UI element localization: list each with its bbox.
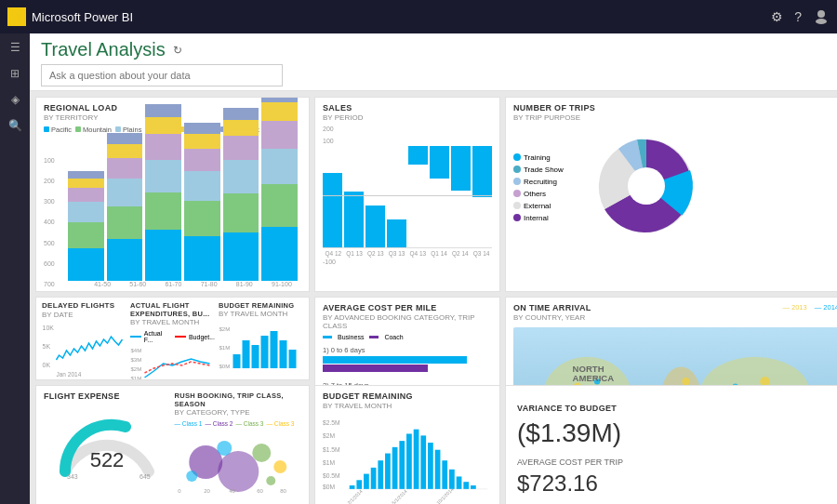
trips-card: Number of Trips BY TRIP PURPOSE Training…	[505, 97, 837, 292]
svg-text:0K: 0K	[43, 362, 51, 368]
rush-title: Rush Booking, Trip Class, Season	[175, 391, 302, 408]
regional-bar-area	[64, 137, 301, 281]
svg-text:2/1/2014: 2/1/2014	[346, 488, 364, 504]
actual-expenditures: Actual Flight Expenditures, Bu... BY TRA…	[130, 301, 215, 380]
budget-rem2-title: Budget Remaining	[323, 391, 492, 402]
svg-rect-80	[385, 453, 391, 488]
app-name: Microsoft Power BI	[32, 10, 133, 24]
sales-card: Sales BY PERIOD 200 100	[314, 97, 500, 292]
regional-load-card: Regional Load BY TERRITORY Pacific Mount…	[35, 97, 310, 292]
user-icon[interactable]	[813, 7, 830, 27]
svg-rect-92	[471, 485, 476, 489]
refresh-icon[interactable]: ↻	[173, 44, 182, 57]
sidebar-menu-icon[interactable]: ☰	[10, 41, 20, 54]
trips-legend: Training Trade Show Recruiting Others Ex…	[513, 153, 578, 222]
sidebar-home-icon[interactable]: ⊞	[10, 67, 20, 80]
gauge-svg: 522 343 645	[56, 406, 158, 476]
variance-value: ($1.39M)	[517, 418, 835, 448]
bar-group-6	[261, 97, 298, 281]
trips-legend-recruiting: Recruiting	[513, 178, 578, 186]
rush-legend: — Class 1 — Class 2 — Class 3 — Class 3	[175, 420, 302, 427]
svg-text:$3M: $3M	[131, 357, 142, 363]
svg-rect-91	[463, 482, 469, 489]
svg-rect-20	[243, 340, 250, 368]
flight-expense-title: Flight Expense	[44, 391, 171, 402]
avg-cost-row1: 1) 0 to 6 days	[323, 346, 492, 372]
avg-cost-legend: Business Coach	[323, 334, 492, 340]
svg-point-59	[186, 471, 197, 482]
on-time-legend: — 2013 — 2014	[782, 303, 837, 312]
bar-group-2	[107, 133, 143, 281]
sales-bar-8	[472, 146, 492, 197]
svg-text:$2M: $2M	[219, 326, 231, 332]
rush-subtitle: BY CATEGORY, TYPE	[175, 408, 302, 417]
svg-rect-90	[457, 476, 462, 488]
svg-rect-82	[399, 441, 405, 489]
budget-rem2-subtitle: BY TRAVEL MONTH	[323, 402, 492, 410]
svg-text:0: 0	[178, 488, 181, 494]
variance-title: Variance to Budget	[517, 404, 835, 414]
svg-text:80: 80	[280, 488, 286, 494]
search-input[interactable]	[41, 64, 283, 86]
svg-text:$2M: $2M	[323, 432, 335, 439]
svg-rect-75	[350, 485, 355, 489]
bar-group-1	[68, 171, 104, 281]
svg-rect-85	[420, 435, 426, 488]
svg-point-57	[252, 444, 271, 462]
avg-cost-label-1: 1) 0 to 6 days	[323, 346, 492, 354]
trips-legend-others: Others	[513, 190, 578, 198]
svg-rect-84	[414, 429, 419, 488]
svg-text:$0M: $0M	[323, 484, 335, 490]
avg-cost-bar-1-coach	[323, 365, 428, 372]
delayed-title: Delayed Flights	[42, 301, 126, 311]
trips-content: Training Trade Show Recruiting Others Ex…	[513, 126, 837, 250]
svg-rect-77	[364, 473, 369, 488]
sales-title: Sales	[323, 103, 492, 113]
svg-rect-25	[289, 350, 297, 368]
svg-point-58	[273, 460, 286, 473]
page-header: Travel Analysis ↻	[30, 33, 837, 91]
svg-rect-83	[406, 433, 412, 488]
on-time-header: On Time Arrival BY COUNTRY, YEAR — 2013 …	[513, 303, 837, 325]
budget-rem-title: Budget Remaining	[219, 301, 303, 310]
svg-text:343: 343	[67, 473, 78, 480]
help-icon[interactable]: ?	[794, 9, 802, 24]
svg-point-2	[817, 10, 825, 18]
actual-chart: $4M $3M $2M $1M 2012 2014	[130, 345, 215, 380]
svg-text:$2M: $2M	[131, 366, 142, 372]
logo-icon	[7, 7, 26, 26]
flight-expense-card: Flight Expense 522 343 645	[35, 385, 310, 504]
sales-y-labels: 200 100	[323, 126, 492, 144]
sidebar-report-icon[interactable]: ◈	[11, 93, 20, 106]
budget-remaining2-card: Budget Remaining BY TRAVEL MONTH $2.5M $…	[314, 385, 500, 504]
svg-text:$1M: $1M	[323, 459, 335, 466]
on-time-legend-2014: — 2014	[815, 303, 837, 312]
app-logo: Microsoft Power BI	[7, 7, 133, 26]
settings-icon[interactable]: ⚙	[771, 9, 783, 24]
trips-legend-external: External	[513, 202, 578, 210]
svg-rect-76	[356, 480, 362, 489]
rush-booking-preview: Rush Booking, Trip Class, Season BY CATE…	[175, 391, 302, 504]
sales-x-labels: Q4 12Q1 13Q2 13Q3 13Q4 13Q1 14Q2 14Q3 14	[323, 250, 492, 257]
avg-cost-bar-1-business	[323, 356, 467, 364]
svg-text:5K: 5K	[43, 343, 51, 350]
bar-group-4	[184, 123, 220, 281]
sidebar: ☰ ⊞ ◈ 🔍	[0, 33, 30, 504]
svg-rect-24	[280, 340, 287, 368]
on-time-subtitle: BY COUNTRY, YEAR	[513, 313, 591, 322]
sidebar-search-icon[interactable]: 🔍	[8, 119, 22, 132]
svg-rect-1	[17, 14, 21, 22]
delayed-chart: 10K 5K 0K Jan 2014	[42, 323, 126, 369]
svg-text:$4M: $4M	[131, 348, 142, 353]
delayed-flights: Delayed Flights BY DATE 10K 5K 0K Jan 20…	[42, 301, 126, 380]
svg-text:$0M: $0M	[219, 364, 231, 369]
svg-text:60: 60	[257, 488, 263, 494]
variance-card: Variance to Budget ($1.39M) Average Cost…	[505, 385, 837, 504]
actual-subtitle: BY TRAVEL MONTH	[130, 318, 215, 326]
svg-rect-19	[233, 354, 241, 368]
svg-point-60	[217, 441, 232, 456]
main-layout: ☰ ⊞ ◈ 🔍 Travel Analysis ↻ Regional Load …	[0, 33, 837, 504]
svg-text:NORTH: NORTH	[573, 364, 604, 374]
svg-rect-79	[378, 460, 383, 489]
regional-bars: 41-5051-6061-7071-8081-9091-100	[64, 137, 301, 287]
